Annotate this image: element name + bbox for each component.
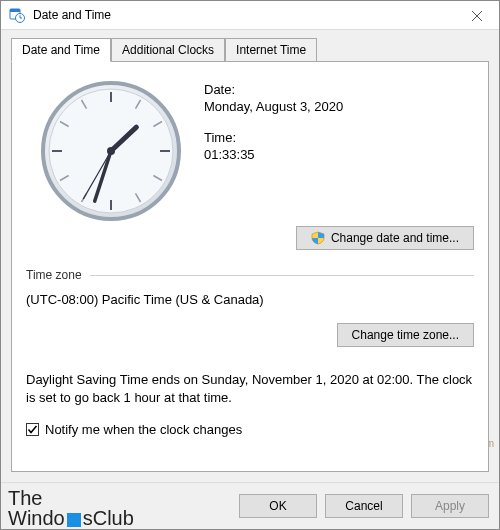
tab-internet-time[interactable]: Internet Time (225, 38, 317, 62)
timezone-value: (UTC-08:00) Pacific Time (US & Canada) (26, 292, 474, 307)
analog-clock (26, 76, 196, 226)
notify-checkbox[interactable] (26, 423, 39, 436)
date-label: Date: (204, 82, 474, 99)
dialog-client: Date and Time Additional Clocks Internet… (1, 30, 499, 483)
cancel-button[interactable]: Cancel (325, 494, 403, 518)
date-time-info: Date: Monday, August 3, 2020 Time: 01:33… (196, 76, 474, 226)
change-date-time-label: Change date and time... (331, 231, 459, 245)
svg-point-24 (107, 147, 115, 155)
timezone-section-label: Time zone (26, 268, 82, 282)
uac-shield-icon (311, 231, 325, 245)
notify-checkbox-row[interactable]: Notify me when the clock changes (26, 422, 474, 437)
calendar-clock-icon (9, 7, 25, 23)
apply-button[interactable]: Apply (411, 494, 489, 518)
checkmark-icon (27, 424, 38, 435)
date-value: Monday, August 3, 2020 (204, 99, 474, 116)
change-timezone-label: Change time zone... (352, 328, 459, 342)
tab-strip: Date and Time Additional Clocks Internet… (11, 38, 489, 62)
change-timezone-button[interactable]: Change time zone... (337, 323, 474, 347)
notify-label: Notify me when the clock changes (45, 422, 242, 437)
ok-button[interactable]: OK (239, 494, 317, 518)
divider-line (90, 275, 474, 276)
dialog-footer: OK Cancel Apply (1, 483, 499, 529)
change-date-time-button[interactable]: Change date and time... (296, 226, 474, 250)
window-title: Date and Time (33, 8, 111, 22)
tab-date-and-time[interactable]: Date and Time (11, 38, 111, 62)
dst-text: Daylight Saving Time ends on Sunday, Nov… (26, 371, 474, 406)
svg-rect-1 (10, 9, 20, 12)
close-button[interactable] (454, 1, 499, 30)
clock-face-icon (36, 76, 186, 226)
time-value: 01:33:35 (204, 147, 474, 164)
tab-additional-clocks[interactable]: Additional Clocks (111, 38, 225, 62)
titlebar: Date and Time (1, 0, 499, 30)
time-label: Time: (204, 130, 474, 147)
timezone-section-header: Time zone (26, 268, 474, 282)
tabpage-date-and-time: Date: Monday, August 3, 2020 Time: 01:33… (11, 61, 489, 472)
close-icon (472, 11, 482, 21)
dialog-window: Date and Time Date and Time Additional C… (0, 0, 500, 530)
